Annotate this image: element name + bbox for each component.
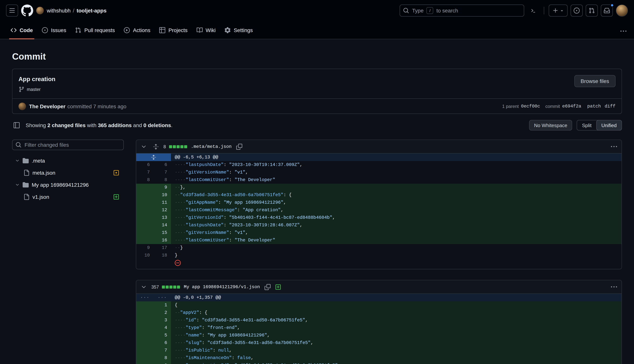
tree-file-meta.json[interactable]: meta.json <box>12 167 124 179</box>
new-line-number[interactable]: 5 <box>154 332 171 339</box>
expand-all-button[interactable] <box>151 142 160 151</box>
file-options-button[interactable] <box>609 282 618 292</box>
toggle-file-tree-button[interactable] <box>12 121 21 130</box>
search-placeholder-suffix: to search <box>436 8 458 14</box>
new-line-number[interactable]: 10 <box>154 191 171 199</box>
new-line-number[interactable]: 4 <box>154 324 171 332</box>
branch-line: master <box>19 86 56 92</box>
old-line-number[interactable] <box>136 229 154 236</box>
issues-dashboard-button[interactable] <box>571 4 583 16</box>
new-line-number[interactable]: 9 <box>154 362 171 364</box>
old-line-number[interactable] <box>136 206 154 214</box>
new-line-number[interactable]: 6 <box>154 161 171 168</box>
new-line-number[interactable]: 17 <box>154 244 171 252</box>
diff-filename[interactable]: My app 1698694121296/v1.json <box>184 284 260 290</box>
old-line-number[interactable] <box>136 191 154 199</box>
old-line-number[interactable] <box>136 332 154 339</box>
copy-file-path-button[interactable] <box>235 142 244 151</box>
new-line-number[interactable]: 18 <box>154 252 171 259</box>
old-line-number[interactable] <box>136 339 154 347</box>
old-line-number[interactable]: 8 <box>136 176 154 184</box>
new-line-number[interactable]: 3 <box>154 316 171 324</box>
new-line-number[interactable]: 14 <box>154 222 171 229</box>
issue-opened-icon <box>574 8 580 14</box>
diff-code: ····"lastCommitMessage": "App creation", <box>171 206 621 214</box>
old-line-number[interactable]: 9 <box>136 244 154 252</box>
diff-line: 3····"id": "cd3f3a6d-3d55-4e31-ad50-6a7b… <box>136 316 621 324</box>
view-option-split[interactable]: Split <box>577 120 596 130</box>
hamburger-menu-button[interactable] <box>6 4 18 16</box>
tab-settings[interactable]: Settings <box>220 22 257 39</box>
old-line-number[interactable] <box>136 199 154 206</box>
old-line-number[interactable] <box>136 324 154 332</box>
new-line-number[interactable]: 6 <box>154 339 171 347</box>
diff-code: ····"lastpushDate": "2023-10-30T19:28:46… <box>171 222 621 229</box>
diff-added-icon <box>113 194 119 200</box>
new-line-number[interactable]: 13 <box>154 214 171 222</box>
command-palette-icon <box>530 8 536 14</box>
commit-author[interactable]: The Developer <box>29 103 66 109</box>
new-line-number[interactable]: 8 <box>154 176 171 184</box>
filter-box <box>12 140 124 150</box>
browse-files-button[interactable]: Browse files <box>574 75 615 87</box>
file-tree-sidebar: .metameta.jsonMy app 1698694121296v1.jso… <box>12 140 124 203</box>
old-line-number[interactable] <box>136 236 154 244</box>
tree-folder-my-app-1698694121296[interactable]: My app 1698694121296 <box>12 179 124 191</box>
new-line-number[interactable]: 12 <box>154 206 171 214</box>
user-avatar[interactable] <box>616 4 628 16</box>
old-line-number[interactable] <box>136 184 154 191</box>
new-line-number[interactable]: 11 <box>154 199 171 206</box>
tab-actions[interactable]: Actions <box>120 22 155 39</box>
diff-code: ····"lastpushDate": "2023-10-30T19:14:37… <box>171 161 621 168</box>
tree-folder-.meta[interactable]: .meta <box>12 155 124 167</box>
new-line-number[interactable]: 8 <box>154 354 171 362</box>
breadcrumb-owner-link[interactable]: withshubh <box>47 8 71 14</box>
file-options-button[interactable] <box>609 142 618 151</box>
tree-file-v1.json[interactable]: v1.json <box>12 191 124 203</box>
copy-file-path-button[interactable] <box>263 282 272 292</box>
tab-projects[interactable]: Projects <box>155 22 192 39</box>
pull-requests-dashboard-button[interactable] <box>586 4 598 16</box>
tab-issues[interactable]: Issues <box>37 22 71 39</box>
breadcrumb-repo-link[interactable]: tooljet-apps <box>77 8 107 14</box>
old-line-number[interactable] <box>136 302 154 309</box>
old-line-number[interactable] <box>136 347 154 354</box>
nav-overflow-button[interactable] <box>619 27 628 36</box>
old-line-number[interactable] <box>136 362 154 364</box>
tab-wiki[interactable]: Wiki <box>192 22 220 39</box>
old-line-number[interactable] <box>136 222 154 229</box>
collapse-file-button[interactable] <box>139 142 148 151</box>
old-line-number[interactable] <box>136 316 154 324</box>
collapse-file-button[interactable] <box>139 282 148 292</box>
whitespace-toggle-button[interactable]: No Whitespace <box>529 120 572 130</box>
owner-avatar <box>36 7 44 14</box>
search-placeholder-prefix: Type <box>412 8 424 14</box>
diff-filename[interactable]: .meta/meta.json <box>191 144 232 149</box>
new-line-number[interactable]: 7 <box>154 347 171 354</box>
new-line-number[interactable]: 2 <box>154 309 171 316</box>
parent-sha-link[interactable]: 0ecf00c <box>521 104 540 109</box>
tab-code[interactable]: Code <box>6 22 37 39</box>
view-option-unified[interactable]: Unified <box>596 120 622 130</box>
patch-link[interactable]: patch <box>587 104 601 109</box>
old-line-number[interactable]: 6 <box>136 161 154 168</box>
new-line-number[interactable]: 1 <box>154 302 171 309</box>
new-line-number[interactable]: 9 <box>154 184 171 191</box>
old-line-number[interactable] <box>136 214 154 222</box>
create-new-button[interactable] <box>549 4 567 16</box>
command-palette-button[interactable] <box>527 4 539 16</box>
new-line-number[interactable]: 15 <box>154 229 171 236</box>
old-line-number[interactable] <box>136 309 154 316</box>
notifications-button[interactable] <box>601 4 613 16</box>
old-line-number[interactable] <box>136 354 154 362</box>
tab-pull-requests[interactable]: Pull requests <box>71 22 120 39</box>
new-line-number[interactable]: 16 <box>154 236 171 244</box>
expand-hunk-button[interactable] <box>136 154 171 161</box>
old-line-number[interactable]: 7 <box>136 168 154 176</box>
global-search-input[interactable]: Type / to search <box>400 4 524 16</box>
filter-changed-files-input[interactable] <box>25 142 120 148</box>
new-line-number[interactable]: 7 <box>154 168 171 176</box>
diff-link[interactable]: diff <box>604 104 615 109</box>
diff-line: 10··"cd3f3a6d-3d55-4e31-ad50-6a7b06751fe… <box>136 191 621 199</box>
old-line-number[interactable]: 10 <box>136 252 154 259</box>
